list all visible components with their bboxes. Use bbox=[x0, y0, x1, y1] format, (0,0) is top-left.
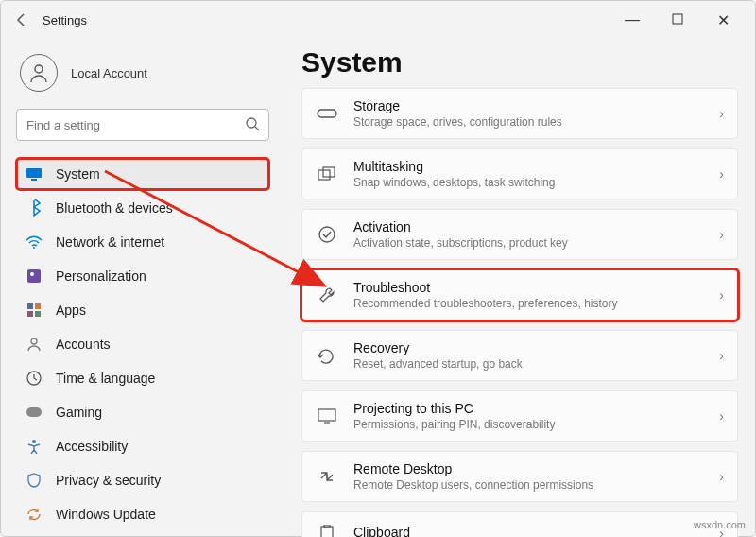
svg-point-2 bbox=[247, 118, 256, 128]
card-multitasking[interactable]: MultitaskingSnap windows, desktops, task… bbox=[301, 148, 738, 199]
search-box[interactable] bbox=[16, 109, 269, 141]
card-recovery[interactable]: RecoveryReset, advanced startup, go back… bbox=[301, 330, 738, 381]
account-name: Local Account bbox=[71, 66, 147, 80]
gaming-icon bbox=[26, 404, 43, 421]
card-subtitle: Reset, advanced startup, go back bbox=[353, 357, 704, 371]
settings-cards: StorageStorage space, drives, configurat… bbox=[301, 88, 738, 537]
sidebar-item-label: Time & language bbox=[56, 371, 155, 386]
main-content: System StorageStorage space, drives, con… bbox=[284, 39, 755, 537]
sidebar-item-bluetooth[interactable]: Bluetooth & devices bbox=[16, 192, 269, 224]
svg-rect-12 bbox=[35, 311, 41, 317]
back-button[interactable] bbox=[9, 7, 35, 33]
window-title: Settings bbox=[43, 13, 87, 27]
card-remote-desktop[interactable]: Remote DesktopRemote Desktop users, conn… bbox=[301, 451, 738, 502]
card-title: Projecting to this PC bbox=[353, 401, 704, 416]
sidebar-item-windows-update[interactable]: Windows Update bbox=[16, 498, 269, 530]
card-subtitle: Storage space, drives, configuration rul… bbox=[353, 115, 704, 129]
svg-rect-19 bbox=[323, 167, 335, 177]
card-subtitle: Activation state, subscriptions, product… bbox=[353, 236, 704, 250]
card-projecting[interactable]: Projecting to this PCPermissions, pairin… bbox=[301, 390, 738, 442]
sidebar-item-apps[interactable]: Apps bbox=[16, 294, 269, 326]
card-subtitle: Permissions, pairing PIN, discoverabilit… bbox=[353, 418, 704, 431]
search-icon bbox=[245, 116, 260, 135]
svg-line-3 bbox=[255, 127, 259, 130]
card-subtitle: Snap windows, desktops, task switching bbox=[353, 176, 704, 189]
shield-icon bbox=[26, 472, 43, 489]
card-title: Remote Desktop bbox=[353, 461, 704, 476]
svg-rect-11 bbox=[27, 311, 33, 317]
svg-rect-10 bbox=[35, 303, 41, 309]
svg-rect-15 bbox=[26, 407, 42, 417]
chevron-right-icon: › bbox=[719, 106, 724, 121]
bluetooth-icon bbox=[26, 199, 43, 217]
arrow-left-icon bbox=[14, 12, 29, 27]
clipboard-icon bbox=[316, 522, 338, 537]
person-icon bbox=[27, 61, 50, 84]
card-clipboard[interactable]: Clipboard › bbox=[301, 511, 738, 537]
sidebar-item-time-language[interactable]: Time & language bbox=[16, 362, 269, 394]
svg-point-1 bbox=[35, 65, 43, 73]
card-troubleshoot[interactable]: TroubleshootRecommended troubleshooters,… bbox=[301, 269, 738, 320]
display-icon bbox=[26, 165, 43, 182]
watermark: wsxdn.com bbox=[694, 519, 746, 530]
window-controls: — ✕ bbox=[619, 11, 747, 29]
sidebar-item-label: Accessibility bbox=[56, 439, 128, 454]
card-title: Clipboard bbox=[353, 525, 704, 537]
sidebar: Local Account System Bluetooth & devices bbox=[1, 39, 284, 537]
svg-rect-17 bbox=[318, 110, 336, 117]
chevron-right-icon: › bbox=[719, 227, 724, 242]
sidebar-item-label: Privacy & security bbox=[56, 473, 161, 488]
card-title: Storage bbox=[353, 98, 704, 113]
maximize-button[interactable] bbox=[664, 11, 691, 29]
svg-point-13 bbox=[31, 338, 37, 344]
chevron-right-icon: › bbox=[719, 469, 724, 484]
svg-point-6 bbox=[33, 247, 35, 249]
apps-icon bbox=[26, 302, 43, 319]
svg-point-8 bbox=[30, 272, 34, 276]
sidebar-item-system[interactable]: System bbox=[16, 158, 269, 190]
card-subtitle: Recommended troubleshooters, preferences… bbox=[353, 297, 704, 310]
svg-rect-9 bbox=[27, 303, 33, 309]
sidebar-item-label: Network & internet bbox=[56, 234, 164, 250]
sidebar-item-label: System bbox=[56, 166, 100, 182]
wifi-icon bbox=[26, 234, 43, 251]
sidebar-item-label: Bluetooth & devices bbox=[56, 200, 173, 216]
svg-rect-4 bbox=[26, 168, 42, 178]
projecting-icon bbox=[316, 405, 338, 427]
page-title: System bbox=[301, 46, 738, 78]
card-storage[interactable]: StorageStorage space, drives, configurat… bbox=[301, 88, 738, 139]
multitasking-icon bbox=[316, 163, 338, 185]
storage-icon bbox=[316, 102, 338, 125]
chevron-right-icon: › bbox=[719, 166, 724, 182]
sidebar-item-personalization[interactable]: Personalization bbox=[16, 260, 269, 292]
svg-rect-21 bbox=[318, 409, 335, 421]
avatar bbox=[20, 54, 58, 92]
chevron-right-icon: › bbox=[719, 287, 724, 303]
svg-rect-7 bbox=[27, 269, 41, 283]
card-title: Recovery bbox=[353, 340, 704, 355]
card-title: Troubleshoot bbox=[353, 280, 704, 295]
search-input[interactable] bbox=[16, 109, 269, 141]
account-section[interactable]: Local Account bbox=[16, 46, 269, 109]
svg-rect-22 bbox=[321, 527, 333, 537]
close-button[interactable]: ✕ bbox=[710, 11, 736, 29]
sidebar-item-gaming[interactable]: Gaming bbox=[16, 396, 269, 428]
sidebar-item-label: Personalization bbox=[56, 268, 146, 284]
sidebar-item-privacy[interactable]: Privacy & security bbox=[16, 464, 269, 496]
sidebar-item-network[interactable]: Network & internet bbox=[16, 226, 269, 258]
sidebar-item-label: Apps bbox=[56, 303, 86, 318]
accessibility-icon bbox=[26, 438, 43, 455]
svg-point-20 bbox=[319, 227, 335, 242]
sidebar-item-label: Gaming bbox=[56, 405, 102, 420]
minimize-button[interactable]: — bbox=[619, 11, 645, 29]
sidebar-item-accounts[interactable]: Accounts bbox=[16, 328, 269, 360]
card-activation[interactable]: ActivationActivation state, subscription… bbox=[301, 209, 738, 260]
sidebar-item-accessibility[interactable]: Accessibility bbox=[16, 430, 269, 462]
activation-icon bbox=[316, 223, 338, 246]
nav-list: System Bluetooth & devices Network & int… bbox=[16, 158, 269, 530]
remote-desktop-icon bbox=[316, 465, 338, 488]
accounts-icon bbox=[26, 336, 43, 353]
clock-icon bbox=[26, 370, 43, 387]
card-title: Multitasking bbox=[353, 159, 704, 174]
svg-rect-0 bbox=[673, 14, 682, 24]
